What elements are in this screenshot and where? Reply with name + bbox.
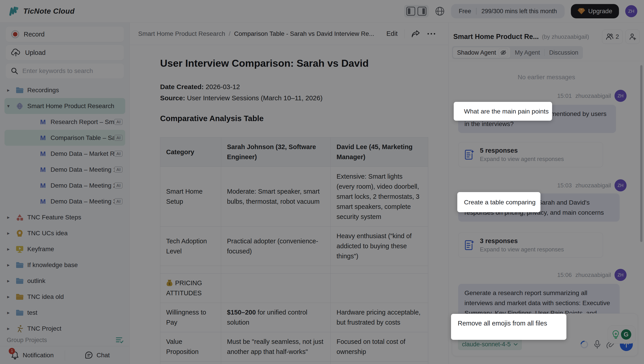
highlight-snippet-1: What are the main pain points <box>454 102 552 121</box>
highlight-snippet-2: Create a table comparing <box>457 192 540 212</box>
dim-overlay <box>0 0 644 364</box>
highlighted-input-text[interactable]: Remove all emojis from all files <box>451 314 566 340</box>
